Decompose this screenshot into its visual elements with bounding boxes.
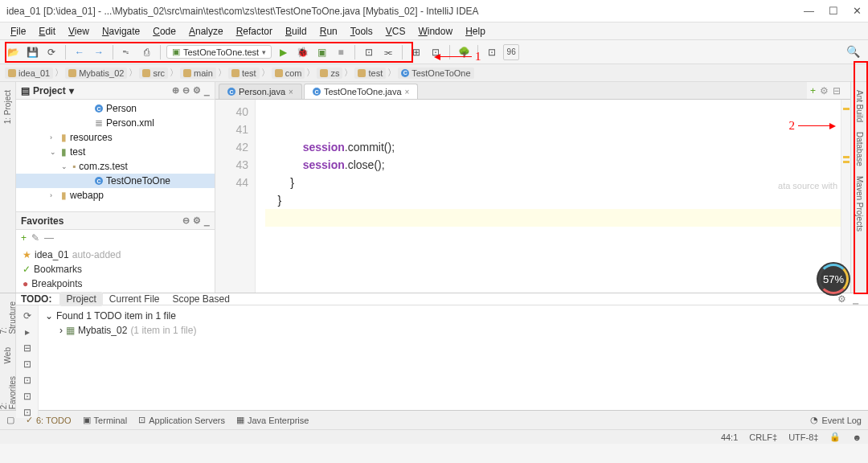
breadcrumb-item[interactable]: src	[139, 68, 168, 79]
breadcrumb-item[interactable]: idea_01	[5, 68, 53, 79]
sync-icon[interactable]: ⟳	[43, 44, 59, 60]
right-tool-tab[interactable]: Ant Build	[853, 85, 866, 127]
editor-tab[interactable]: CPerson.java×	[219, 84, 302, 99]
breadcrumb-item[interactable]: test	[228, 68, 260, 79]
close-tab-icon[interactable]: ×	[289, 88, 293, 96]
maximize-icon[interactable]: ☐	[829, 5, 838, 17]
breadcrumb-item[interactable]: C TestOneToOne	[398, 68, 473, 79]
progress-indicator[interactable]: 57%	[817, 262, 850, 296]
todo-tree[interactable]: ⌄Found 1 TODO item in 1 file ›▦Mybatis_0…	[39, 305, 868, 418]
tree-item[interactable]: CTestOneToOne	[16, 174, 215, 188]
collapse-icon[interactable]: ⊖	[182, 85, 190, 96]
breadcrumb-item[interactable]: Mybatis_02	[65, 68, 127, 79]
right-tool-tab[interactable]: Maven Projects	[853, 171, 866, 236]
encoding[interactable]: UTF-8‡	[788, 432, 818, 442]
line-sep[interactable]: CRLF‡	[749, 432, 777, 442]
status-menu-icon[interactable]: ▢	[6, 415, 14, 425]
stop-icon[interactable]: ■	[333, 44, 349, 60]
appservers-toolwindow-button[interactable]: ⊡ Application Servers	[138, 415, 225, 425]
tree-item[interactable]: ›▮webapp	[16, 188, 215, 203]
favorite-item[interactable]: ✓Bookmarks	[16, 262, 215, 277]
minimize-icon[interactable]: —	[804, 5, 814, 17]
todo-toolwindow-button[interactable]: ✓ 6: TODO	[26, 415, 72, 425]
save-icon[interactable]: 💾	[24, 44, 40, 60]
code-editor[interactable]: session.commit(); session.close(); } } a…	[256, 100, 841, 293]
tree-item[interactable]: ⌄▪com.zs.test	[16, 159, 215, 174]
todo-scope-tab[interactable]: Scope Based	[166, 292, 236, 306]
terminal-toolwindow-button[interactable]: ▣ Terminal	[83, 415, 128, 425]
profile-icon[interactable]: ⊡	[361, 44, 377, 60]
eventlog-button[interactable]: ◔ Event Log	[810, 415, 862, 425]
run-icon[interactable]: ▶	[275, 44, 291, 60]
gear-icon[interactable]: ⚙	[193, 85, 201, 96]
fav-hide-icon[interactable]: ⎯	[204, 216, 210, 226]
run-config-selector[interactable]: ▣ TestOneToOne.test	[166, 45, 272, 59]
add-tab-icon[interactable]: +	[810, 85, 816, 96]
favorites-tool-tab[interactable]: 2: Favorites	[0, 371, 18, 414]
add-fav-icon[interactable]: +	[21, 232, 27, 244]
menu-run[interactable]: Run	[314, 24, 343, 39]
close-tab-icon[interactable]: ×	[405, 88, 410, 96]
editor-gutter[interactable]: 4041424344	[215, 100, 256, 293]
close-icon[interactable]: ✕	[853, 5, 862, 17]
search-icon[interactable]: 🔍	[846, 45, 860, 58]
javaee-toolwindow-button[interactable]: ▦ Java Enterprise	[236, 415, 309, 425]
breadcrumb-item[interactable]: com	[272, 68, 305, 79]
caret-pos[interactable]: 44:1	[721, 432, 738, 442]
tree-item[interactable]: ›▮resources	[16, 130, 215, 145]
structure-icon[interactable]: ⊞	[408, 44, 424, 60]
debug-icon[interactable]: 🐞	[294, 44, 310, 60]
fav-collapse-icon[interactable]: ⊖	[182, 215, 190, 226]
favorite-item[interactable]: ●Breakpoints	[16, 277, 215, 291]
breadcrumb-item[interactable]: zs	[317, 68, 342, 79]
coverage-icon[interactable]: ▣	[313, 44, 330, 60]
menu-analyze[interactable]: Analyze	[183, 24, 229, 39]
redo-icon[interactable]: →	[91, 44, 107, 60]
menu-code[interactable]: Code	[147, 24, 182, 39]
hide-icon[interactable]: ⎯	[204, 86, 210, 96]
refresh-icon[interactable]: ⟳	[23, 310, 31, 322]
filter-icon[interactable]: ⊡	[23, 375, 31, 386]
menu-vcs[interactable]: VCS	[380, 24, 411, 39]
coverage-num[interactable]: 96	[503, 44, 519, 60]
menu-edit[interactable]: Edit	[33, 24, 61, 39]
todo-gear-icon[interactable]: ⚙	[837, 293, 846, 305]
scroll-to-icon[interactable]: ⊕	[172, 85, 179, 96]
cut-icon[interactable]: ᯓ	[119, 44, 135, 60]
hector-icon[interactable]: ☻	[852, 432, 862, 442]
editor-tab[interactable]: CTestOneToOne.java×	[304, 84, 418, 99]
menu-window[interactable]: Window	[412, 24, 458, 39]
favorite-item[interactable]: ★idea_01 auto-added	[16, 248, 215, 262]
tab-gear-icon[interactable]: ⚙	[820, 85, 829, 96]
menu-navigate[interactable]: Navigate	[96, 24, 145, 39]
tree-item[interactable]: ⌄▮test	[16, 145, 215, 159]
paste-icon[interactable]: ⎙	[138, 44, 154, 60]
del-fav-icon[interactable]: —	[44, 232, 54, 244]
tree-item[interactable]: CPerson	[16, 101, 215, 116]
menu-build[interactable]: Build	[280, 24, 313, 39]
lock-icon[interactable]: 🔒	[829, 432, 841, 442]
layout-icon[interactable]: ⊡	[484, 44, 500, 60]
project-tool-tab[interactable]: 1: Project	[2, 85, 14, 129]
menu-view[interactable]: View	[63, 24, 95, 39]
right-tool-tab[interactable]: Database	[853, 127, 866, 171]
autoscroll-icon[interactable]: ⊡	[23, 391, 31, 402]
menu-refactor[interactable]: Refactor	[231, 24, 278, 39]
menu-help[interactable]: Help	[460, 24, 491, 39]
todo-hide-icon[interactable]: ⎯	[853, 293, 858, 305]
collapse-all-icon[interactable]: ⊟	[23, 342, 31, 354]
tab-hide-icon[interactable]: ⊟	[833, 85, 841, 96]
project-tree[interactable]: CPerson≣Person.xml›▮resources⌄▮test⌄▪com…	[16, 100, 215, 211]
breadcrumb-item[interactable]: main	[180, 68, 216, 79]
group-icon[interactable]: ⊡	[23, 359, 31, 370]
tree-item[interactable]: ≣Person.xml	[16, 116, 215, 130]
expand-icon[interactable]: ▸	[25, 326, 30, 338]
fav-gear-icon[interactable]: ⚙	[193, 215, 201, 226]
todo-scope-tab[interactable]: Current File	[103, 292, 166, 306]
todo-scope-tab[interactable]: Project	[59, 292, 102, 306]
menu-file[interactable]: File	[5, 24, 31, 39]
open-icon[interactable]: 📂	[5, 44, 21, 60]
edit-fav-icon[interactable]: ✎	[31, 232, 39, 244]
breadcrumb-item[interactable]: test	[354, 68, 386, 79]
attach-icon[interactable]: ⫘	[380, 44, 396, 60]
